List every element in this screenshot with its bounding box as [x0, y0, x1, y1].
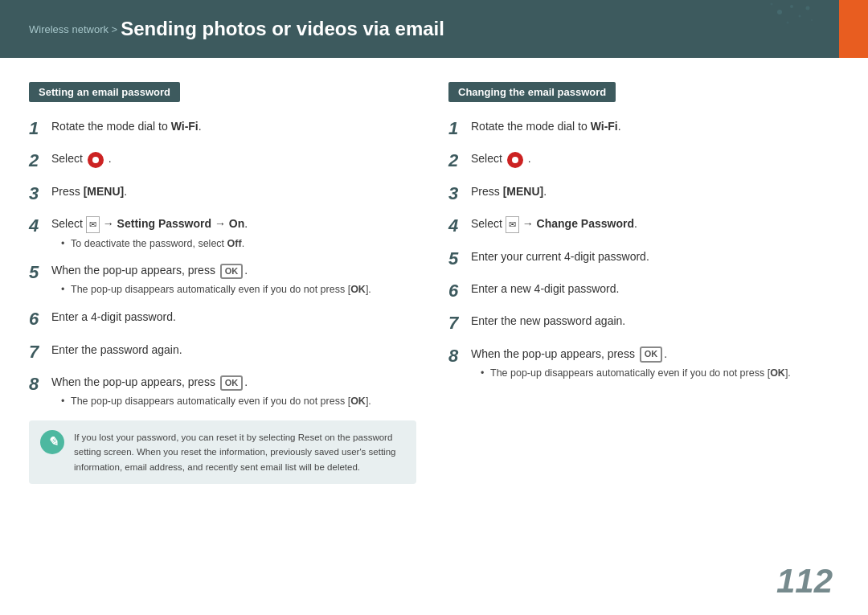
step-number: 5: [448, 248, 471, 269]
step-text: Select ✉ → Change Password.: [471, 215, 836, 233]
right-step-6: 6 Enter a new 4-digit password.: [448, 281, 836, 301]
step-number: 7: [448, 313, 471, 334]
step-number: 7: [29, 342, 51, 363]
svg-point-3: [806, 6, 810, 10]
left-step-6: 6 Enter a 4-digit password.: [29, 309, 416, 330]
right-step-4: 4 Select ✉ → Change Password.: [448, 215, 836, 236]
note-box: ✎ If you lost your password, you can res…: [29, 420, 416, 484]
page-header: Wireless network > Sending photos or vid…: [0, 0, 868, 58]
step-number: 2: [29, 150, 51, 171]
step-text: Press [MENU].: [51, 183, 416, 200]
camera-icon: [507, 152, 523, 168]
page-title: Sending photos or videos via email: [121, 18, 444, 40]
orange-tab-decoration: [839, 0, 868, 58]
left-step-4: 4 Select ✉ → Setting Password → On. To d…: [29, 215, 416, 251]
step-text: Enter your current 4-digit password.: [471, 248, 836, 265]
step-text: Enter the password again.: [51, 342, 416, 359]
step-text: Select .: [51, 150, 416, 167]
step-number: 6: [448, 281, 471, 301]
svg-point-5: [771, 3, 773, 6]
step-text: When the pop-up appears, press OK. The p…: [51, 262, 416, 297]
step-number: 2: [448, 150, 471, 171]
ok-button-icon: OK: [220, 375, 244, 391]
step-number: 8: [448, 346, 471, 367]
camera-icon: [88, 152, 104, 168]
right-section-header: Changing the email password: [448, 82, 616, 102]
step-number: 6: [29, 309, 51, 330]
step-text: Select .: [471, 150, 836, 167]
svg-point-1: [790, 5, 793, 8]
right-step-7: 7 Enter the new password again.: [448, 313, 836, 334]
main-content: Setting an email password 1 Rotate the m…: [0, 58, 868, 500]
left-step-3: 3 Press [MENU].: [29, 183, 416, 204]
left-step-8: 8 When the pop-up appears, press OK. The…: [29, 374, 416, 409]
right-step-3: 3 Press [MENU].: [448, 183, 836, 204]
left-step-1: 1 Rotate the mode dial to Wi-Fi.: [29, 118, 416, 139]
svg-point-2: [799, 15, 801, 18]
step-number: 4: [448, 215, 471, 236]
right-step-1: 1 Rotate the mode dial to Wi-Fi.: [448, 118, 836, 139]
left-step-2: 2 Select .: [29, 150, 416, 171]
left-section-header: Setting an email password: [29, 82, 180, 102]
step-number: 5: [29, 262, 51, 283]
step-text: When the pop-up appears, press OK. The p…: [51, 374, 416, 409]
ok-button-icon: OK: [220, 264, 244, 279]
step-text: Rotate the mode dial to Wi-Fi.: [471, 118, 836, 135]
svg-point-6: [811, 19, 813, 21]
step-number: 4: [29, 215, 51, 236]
svg-point-4: [787, 22, 789, 24]
step-text: Enter a new 4-digit password.: [471, 281, 836, 297]
right-column: Changing the email password 1 Rotate the…: [448, 82, 836, 484]
right-step-2: 2 Select .: [448, 150, 836, 171]
step-text: When the pop-up appears, press OK. The p…: [471, 346, 836, 381]
step-text: Enter a 4-digit password.: [51, 309, 416, 326]
ok-button-icon: OK: [640, 346, 663, 362]
step-number: 1: [448, 118, 471, 139]
step-number: 8: [29, 374, 51, 395]
step-text: Rotate the mode dial to Wi-Fi.: [51, 118, 416, 135]
svg-point-0: [777, 10, 782, 14]
step-text: Press [MENU].: [471, 183, 836, 200]
left-column: Setting an email password 1 Rotate the m…: [29, 82, 416, 484]
breadcrumb: Wireless network >: [29, 23, 117, 35]
left-step-7: 7 Enter the password again.: [29, 342, 416, 363]
step-number: 3: [448, 183, 471, 204]
right-step-5: 5 Enter your current 4-digit password.: [448, 248, 836, 269]
step-text: Select ✉ → Setting Password → On. To dea…: [51, 215, 416, 251]
note-text: If you lost your password, you can reset…: [74, 430, 405, 474]
page-number: 112: [776, 562, 833, 601]
header-decoration: [659, 0, 820, 58]
step-number: 3: [29, 183, 51, 204]
step-text: Enter the new password again.: [471, 313, 836, 330]
right-step-8: 8 When the pop-up appears, press OK. The…: [448, 346, 836, 381]
note-icon: ✎: [40, 430, 64, 454]
left-step-5: 5 When the pop-up appears, press OK. The…: [29, 262, 416, 297]
step-number: 1: [29, 118, 51, 139]
